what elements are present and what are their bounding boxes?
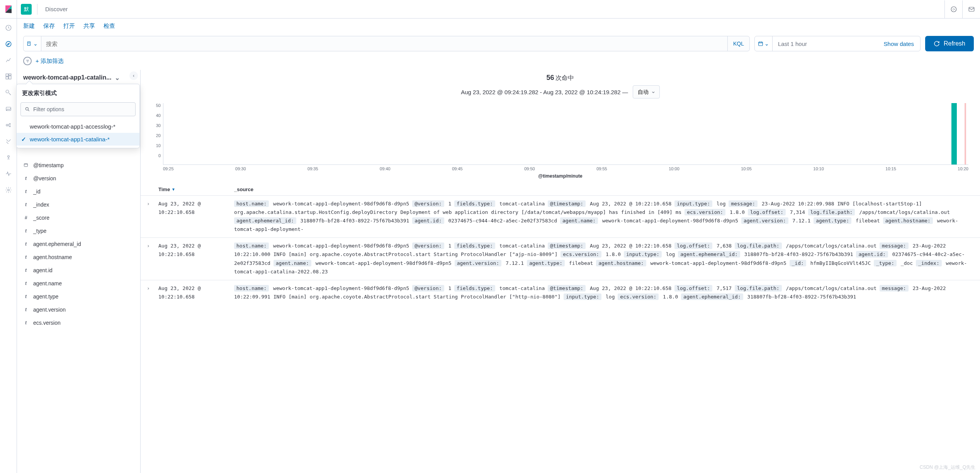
nav-apm-icon[interactable] — [4, 169, 13, 178]
chevron-down-icon: ⌄ — [115, 74, 120, 81]
svg-rect-21 — [24, 163, 28, 166]
row-time: Aug 23, 2022 @ 10:22:10.658 — [158, 200, 234, 234]
time-range-text[interactable]: Last 1 hour — [773, 36, 878, 51]
refresh-button[interactable]: Refresh — [925, 36, 974, 51]
field-item[interactable]: @timestamp — [23, 159, 137, 172]
col-time[interactable]: Time ▼ — [158, 186, 234, 192]
new-button[interactable]: 新建 — [23, 22, 35, 30]
svg-rect-8 — [8, 74, 11, 75]
row-source: host.name: wework-tomcat-app1-deployment… — [234, 242, 974, 276]
svg-point-11 — [6, 90, 9, 93]
field-item[interactable]: tagent.id — [23, 264, 137, 277]
save-button[interactable]: 保存 — [43, 22, 55, 30]
svg-point-17 — [7, 189, 9, 191]
table-header: Time ▼ _source — [141, 183, 980, 195]
svg-rect-19 — [759, 42, 763, 46]
svg-rect-9 — [8, 76, 11, 79]
nav-logs-icon[interactable] — [4, 153, 13, 162]
newsfeed-icon[interactable] — [944, 0, 962, 18]
page-title: Discover — [39, 6, 74, 12]
field-item[interactable]: tagent.type — [23, 290, 137, 303]
hits-header: 56 次命中 — [141, 70, 980, 83]
mail-icon[interactable] — [962, 0, 980, 18]
sort-desc-icon: ▼ — [172, 187, 175, 192]
field-item[interactable]: t_id — [23, 185, 137, 198]
kql-toggle[interactable]: KQL — [727, 36, 749, 51]
interval-select[interactable]: 自动 — [633, 85, 660, 98]
field-item[interactable]: tagent.hostname — [23, 251, 137, 264]
popover-title: 更改索引模式 — [17, 84, 139, 101]
open-button[interactable]: 打开 — [63, 22, 75, 30]
nav-dashboard-icon[interactable] — [4, 72, 13, 81]
nav-management-icon[interactable] — [4, 185, 13, 195]
row-time: Aug 23, 2022 @ 10:22:10.658 — [158, 284, 234, 301]
nav-ml-icon[interactable] — [4, 120, 13, 130]
histogram-chart[interactable]: 50403020100 — [141, 103, 980, 165]
field-item[interactable]: t_index — [23, 198, 137, 211]
svg-point-3 — [953, 8, 955, 10]
search-input[interactable] — [41, 36, 727, 51]
field-item[interactable]: tagent.ephemeral_id — [23, 237, 137, 251]
svg-point-2 — [951, 7, 956, 12]
fields-sidebar: wework-tomcat-app1-catalin... ⌄ ‹ 更改索引模式… — [17, 70, 141, 473]
show-dates-link[interactable]: Show dates — [878, 36, 920, 51]
row-source: host.name: wework-tomcat-app1-deployment… — [234, 284, 974, 301]
row-source: host.name: wework-tomcat-app1-deployment… — [234, 200, 974, 234]
row-time: Aug 23, 2022 @ 10:22:10.658 — [158, 242, 234, 276]
side-nav — [0, 19, 17, 473]
action-toolbar: 新建 保存 打开 共享 检查 — [17, 19, 980, 34]
hits-count: 56 — [547, 74, 554, 81]
index-pattern-option[interactable]: wework-tomcat-app1-catalina-* — [17, 133, 139, 146]
share-button[interactable]: 共享 — [83, 22, 95, 30]
nav-canvas-icon[interactable] — [4, 88, 13, 97]
field-item[interactable]: #_score — [23, 211, 137, 224]
hits-label: 次命中 — [555, 75, 574, 81]
nav-visualize-icon[interactable] — [4, 56, 13, 65]
svg-rect-10 — [6, 77, 8, 79]
popover-filter-placeholder: Filter options — [33, 106, 64, 112]
index-pattern-name: wework-tomcat-app1-catalin... — [23, 74, 112, 81]
search-bar: ⌄ KQL — [23, 36, 750, 51]
index-pattern-option[interactable]: wework-tomcat-app1-accesslog-* — [17, 120, 139, 133]
nav-discover-icon[interactable] — [4, 39, 13, 49]
space-badge[interactable]: 默 — [21, 4, 32, 15]
field-item[interactable]: tagent.version — [23, 303, 137, 316]
svg-rect-4 — [969, 7, 974, 11]
index-pattern-selector[interactable]: wework-tomcat-app1-catalin... ⌄ — [23, 70, 137, 85]
col-source[interactable]: _source — [234, 186, 974, 192]
svg-point-14 — [9, 124, 10, 125]
app-header: 默 Discover — [0, 0, 980, 19]
expand-row-icon[interactable]: › — [147, 200, 158, 234]
collapse-sidebar-icon[interactable]: ‹ — [129, 71, 138, 80]
svg-rect-7 — [6, 74, 8, 76]
svg-point-16 — [7, 156, 9, 158]
timepicker: ⌄ Last 1 hour Show dates — [754, 36, 921, 51]
expand-row-icon[interactable]: › — [147, 242, 158, 276]
svg-point-15 — [9, 126, 10, 127]
nav-recent-icon[interactable] — [4, 23, 13, 32]
nav-metrics-icon[interactable] — [4, 137, 13, 146]
field-item[interactable]: tecs.version — [23, 316, 137, 329]
svg-point-6 — [6, 41, 11, 47]
kibana-logo[interactable] — [0, 0, 17, 19]
table-row: ›Aug 23, 2022 @ 10:22:10.658host.name: w… — [141, 280, 980, 305]
inspect-button[interactable]: 检查 — [104, 22, 115, 30]
svg-point-20 — [25, 107, 28, 110]
nav-maps-icon[interactable] — [4, 104, 13, 114]
calendar-button[interactable]: ⌄ — [755, 36, 773, 51]
time-range-display: Aug 23, 2022 @ 09:24:19.282 - Aug 23, 20… — [461, 89, 628, 95]
watermark: CSDN @上海_运维_Q先生 — [920, 464, 975, 471]
table-row: ›Aug 23, 2022 @ 10:22:10.658host.name: w… — [141, 237, 980, 280]
table-row: ›Aug 23, 2022 @ 10:22:10.658host.name: w… — [141, 195, 980, 237]
filter-options-icon[interactable] — [23, 57, 32, 65]
saved-query-button[interactable]: ⌄ — [24, 36, 41, 51]
field-item[interactable]: tagent.name — [23, 277, 137, 290]
add-filter-link[interactable]: + 添加筛选 — [36, 58, 64, 65]
refresh-label: Refresh — [944, 40, 965, 47]
field-item[interactable]: t@version — [23, 172, 137, 185]
expand-row-icon[interactable]: › — [147, 284, 158, 301]
index-pattern-popover: 更改索引模式 Filter options wework-tomcat-app1… — [16, 84, 140, 148]
field-item[interactable]: t_type — [23, 224, 137, 237]
svg-point-13 — [6, 124, 8, 126]
popover-filter[interactable]: Filter options — [20, 102, 136, 116]
